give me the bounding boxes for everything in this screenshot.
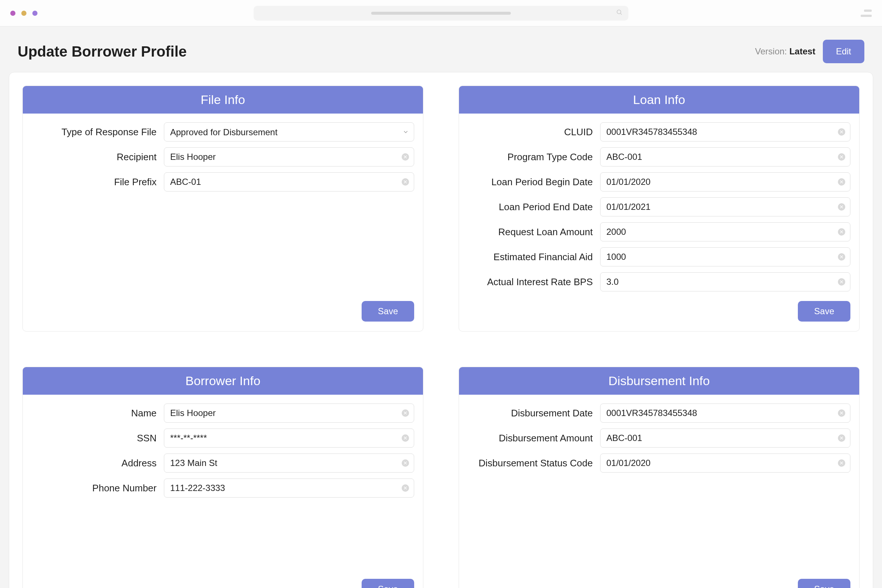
label-address: Address: [32, 458, 156, 469]
clear-icon[interactable]: ✕: [402, 459, 409, 467]
clear-icon[interactable]: ✕: [838, 178, 845, 186]
save-button-loan-info[interactable]: Save: [798, 301, 850, 322]
clear-icon[interactable]: ✕: [838, 434, 845, 442]
label-estimated-financial-aid: Estimated Financial Aid: [468, 251, 593, 263]
input-disbursement-status-code[interactable]: [600, 453, 850, 472]
input-request-loan-amount[interactable]: [600, 222, 850, 242]
panel-file-info: File Info Type of Response File Approved…: [22, 86, 423, 332]
clear-icon[interactable]: ✕: [838, 228, 845, 236]
label-disbursement-status-code: Disbursement Status Code: [468, 458, 593, 469]
label-recipient: Recipient: [32, 152, 156, 163]
window-traffic-lights: [10, 10, 38, 16]
address-bar[interactable]: [254, 6, 628, 21]
label-type-of-response-file: Type of Response File: [32, 126, 156, 138]
window-minimize-dot[interactable]: [21, 10, 27, 16]
search-icon: [616, 9, 622, 17]
panel-title-borrower-info: Borrower Info: [23, 367, 423, 395]
input-ssn[interactable]: [164, 429, 414, 448]
chevron-down-icon: [402, 129, 409, 135]
main-card: File Info Type of Response File Approved…: [9, 72, 873, 588]
clear-icon[interactable]: ✕: [402, 178, 409, 186]
save-button-disbursement-info[interactable]: Save: [798, 579, 850, 588]
edit-button[interactable]: Edit: [823, 40, 864, 63]
input-address[interactable]: [164, 453, 414, 472]
svg-line-1: [620, 13, 621, 14]
clear-icon[interactable]: ✕: [402, 434, 409, 442]
version-value: Latest: [789, 46, 816, 56]
input-loan-period-end-date[interactable]: [600, 197, 850, 216]
label-loan-period-end-date: Loan Period End Date: [468, 201, 593, 213]
version-indicator: Version: Latest: [755, 46, 816, 57]
save-button-borrower-info[interactable]: Save: [362, 579, 414, 588]
panel-title-file-info: File Info: [23, 86, 423, 114]
input-recipient[interactable]: [164, 147, 414, 166]
label-loan-period-begin-date: Loan Period Begin Date: [468, 176, 593, 188]
select-type-of-response-file[interactable]: Approved for Disbursement: [164, 122, 414, 141]
label-disbursement-date: Disbursement Date: [468, 408, 593, 419]
input-file-prefix[interactable]: [164, 172, 414, 192]
clear-icon[interactable]: ✕: [838, 278, 845, 285]
input-loan-period-begin-date[interactable]: [600, 172, 850, 192]
page-title: Update Borrower Profile: [18, 44, 187, 60]
panel-disbursement-info: Disbursement Info Disbursement Date ✕ Di…: [459, 367, 860, 588]
clear-icon[interactable]: ✕: [838, 459, 845, 467]
window-chrome: [0, 0, 882, 27]
label-program-type-code: Program Type Code: [468, 152, 593, 163]
input-name[interactable]: [164, 404, 414, 423]
clear-icon[interactable]: ✕: [838, 203, 845, 211]
input-cluid[interactable]: [600, 122, 850, 141]
hamburger-icon[interactable]: [861, 9, 872, 17]
label-phone-number: Phone Number: [32, 483, 156, 494]
input-phone-number[interactable]: [164, 478, 414, 498]
clear-icon[interactable]: ✕: [402, 410, 409, 417]
label-actual-interest-rate-bps: Actual Interest Rate BPS: [468, 276, 593, 288]
panel-borrower-info: Borrower Info Name ✕ SSN ✕: [22, 367, 423, 588]
version-label: Version:: [755, 46, 787, 56]
label-disbursement-amount: Disbursement Amount: [468, 432, 593, 444]
label-cluid: CLUID: [468, 126, 593, 138]
label-ssn: SSN: [32, 432, 156, 444]
window-close-dot[interactable]: [10, 10, 15, 16]
panel-title-loan-info: Loan Info: [459, 86, 859, 114]
input-disbursement-amount[interactable]: [600, 429, 850, 448]
window-zoom-dot[interactable]: [32, 10, 38, 16]
clear-icon[interactable]: ✕: [402, 484, 409, 492]
save-button-file-info[interactable]: Save: [362, 301, 414, 322]
clear-icon[interactable]: ✕: [838, 410, 845, 417]
label-name: Name: [32, 408, 156, 419]
label-file-prefix: File Prefix: [32, 176, 156, 188]
clear-icon[interactable]: ✕: [838, 128, 845, 136]
address-bar-placeholder: [371, 12, 511, 15]
input-estimated-financial-aid[interactable]: [600, 248, 850, 266]
input-program-type-code[interactable]: [600, 147, 850, 166]
input-actual-interest-rate-bps[interactable]: [600, 272, 850, 291]
panel-title-disbursement-info: Disbursement Info: [459, 367, 859, 395]
input-disbursement-date[interactable]: [600, 404, 850, 423]
panel-loan-info: Loan Info CLUID ✕ Program Type Code ✕: [459, 86, 860, 332]
svg-point-0: [617, 10, 621, 14]
clear-icon[interactable]: ✕: [402, 153, 409, 160]
clear-icon[interactable]: ✕: [838, 253, 845, 261]
label-request-loan-amount: Request Loan Amount: [468, 226, 593, 238]
clear-icon[interactable]: ✕: [838, 153, 845, 160]
